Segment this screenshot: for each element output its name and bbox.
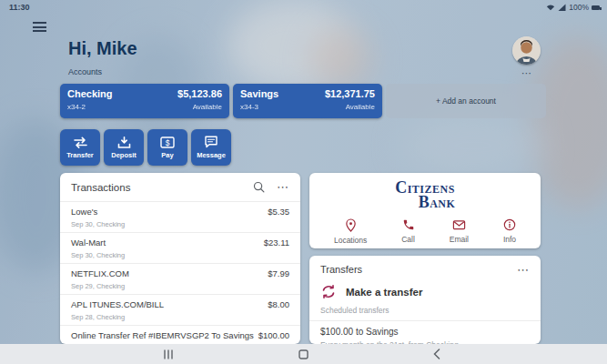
swap-arrows-icon [320,285,337,298]
account-card-checking[interactable]: Checking x34-2 $5,123.86 Available [60,84,229,118]
battery-icon [592,5,600,10]
account-balance: $5,123.86 [177,88,222,99]
transaction-amount: $100.00 [258,330,289,344]
transfers-overflow-icon[interactable]: ⋯ [517,263,530,277]
account-status: Available [177,103,222,111]
phone-icon [402,218,415,231]
chat-bubble-icon [204,136,218,148]
scheduled-transfer-row[interactable]: $100.00 to Savings Every month on the 21… [309,321,541,344]
bank-contact-card: Citizens Bank Locations Call [309,173,541,248]
svg-text:$: $ [166,137,170,147]
info-label: Info [503,235,516,244]
scheduled-transfer-title: $100.00 to Savings [320,327,530,337]
contact-actions: Locations Call Email [309,218,541,245]
transaction-amount: $23.11 [264,238,289,263]
clock: 11:30 [9,3,30,12]
transaction-row[interactable]: NETFLIX.COM Sep 29, Checking $7.99 [60,263,300,294]
transaction-detail: Sep 29, Checking [71,282,129,290]
call-label: Call [401,235,415,244]
pay-button[interactable]: $ Pay [147,129,187,166]
transactions-title: Transactions [71,182,253,193]
transfers-card: Transfers ⋯ Make a transfer Scheduled tr… [309,256,541,344]
recents-nav-icon[interactable] [150,344,187,364]
status-indicators: 100% [546,3,600,12]
message-button[interactable]: Message [191,129,231,166]
location-pin-icon [345,218,357,232]
transaction-detail: Sep 28, Checking [71,313,164,321]
account-name: Savings [240,88,278,99]
deposit-tray-icon [117,136,131,148]
make-a-transfer-button[interactable]: Make a transfer [309,278,541,298]
transfer-arrows-icon [73,136,88,148]
locations-label: Locations [334,236,367,245]
deposit-button[interactable]: Deposit [104,129,144,166]
transaction-row[interactable]: APL ITUNES.COM/BILL Sep 28, Checking $8.… [60,294,300,325]
account-balance: $12,371.75 [325,88,375,99]
transaction-name: Lowe's [71,207,125,217]
home-nav-icon[interactable] [285,344,321,364]
account-name: Checking [67,88,113,99]
profile-avatar[interactable] [512,36,541,65]
cellular-signal-icon [558,4,566,11]
account-number: x34-2 [67,103,113,111]
greeting-title: Hi, Mike [68,38,137,59]
deposit-label: Deposit [111,151,137,159]
account-status: Available [325,103,375,111]
search-icon[interactable] [253,181,265,193]
transactions-overflow-icon[interactable]: ⋯ [277,180,289,194]
logo-line-bank: Bank [333,194,541,210]
accounts-section-label: Accounts [68,67,102,76]
transaction-name: Wal-Mart [71,238,125,248]
transaction-amount: $8.00 [268,299,289,325]
pay-label: Pay [161,151,173,159]
transaction-row[interactable]: Lowe's Sep 30, Checking $5.35 [60,201,300,232]
transfer-label: Transfer [66,151,94,159]
email-label: Email [450,235,469,244]
battery-percent: 100% [569,3,589,12]
transfers-header: Transfers ⋯ [309,256,541,278]
menu-icon[interactable] [33,22,46,32]
profile-overflow-menu[interactable]: ⋯ [515,67,539,79]
status-bar: 11:30 100% [0,0,607,15]
banking-app-screen: 11:30 100% Hi, Mike Accounts ⋯ Checking [0,0,607,364]
transaction-name: Online Transfer Ref #IBEMRVSGP2 To Savin… [71,330,254,340]
transaction-amount: $5.35 [268,207,289,232]
make-a-transfer-label: Make a transfer [346,287,422,298]
transaction-detail: Sep 30, Checking [71,220,125,228]
locations-button[interactable]: Locations [334,218,367,245]
transaction-amount: $7.99 [268,268,289,294]
avatar-image [512,36,541,65]
message-label: Message [197,151,226,159]
transaction-detail: Sep 30, Checking [71,251,125,259]
dollar-bill-icon: $ [160,136,175,148]
transactions-header: Transactions ⋯ [60,173,300,201]
account-card-savings[interactable]: Savings x34-3 $12,371.75 Available [233,84,382,118]
transfer-button[interactable]: Transfer [60,129,100,166]
transaction-name: APL ITUNES.COM/BILL [71,299,164,309]
envelope-icon [452,218,466,231]
account-number: x34-3 [240,103,278,111]
transactions-card: Transactions ⋯ Lowe's Sep 30, Checking $… [60,173,300,344]
citizens-bank-logo: Citizens Bank [309,179,541,210]
call-button[interactable]: Call [401,218,415,245]
scheduled-transfers-heading: Scheduled transfers [309,298,541,321]
email-button[interactable]: Email [450,218,469,245]
info-circle-icon [503,218,516,231]
wifi-icon [546,4,555,11]
back-nav-icon[interactable] [419,344,455,364]
transfers-title: Transfers [320,264,517,275]
transaction-row[interactable]: Wal-Mart Sep 30, Checking $23.11 [60,232,300,263]
add-account-button[interactable]: + Add an account [386,84,546,118]
info-button[interactable]: Info [503,218,516,245]
transaction-row[interactable]: Online Transfer Ref #IBEMRVSGP2 To Savin… [60,325,300,344]
transaction-name: NETFLIX.COM [71,268,129,278]
android-nav-bar [0,344,607,364]
